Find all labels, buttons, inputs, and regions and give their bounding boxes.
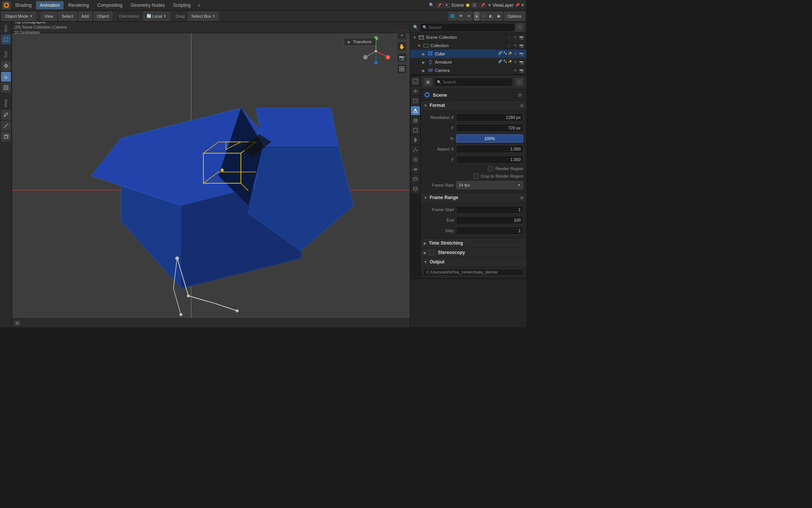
viewport-header-btn[interactable]: ⊞: [14, 321, 20, 325]
object-tab[interactable]: [411, 126, 420, 135]
world-tab[interactable]: [411, 116, 420, 125]
frame-rate-select[interactable]: 24 fps ▼: [456, 181, 523, 189]
pin-scene-btn[interactable]: [517, 91, 523, 98]
stereoscopy-checkbox[interactable]: [429, 250, 434, 255]
xray-btn[interactable]: ✕: [465, 12, 472, 21]
stereoscopy-header[interactable]: ▶ Stereoscopy: [421, 248, 526, 257]
modifier-tab[interactable]: [411, 135, 420, 144]
cursor-tool[interactable]: [1, 61, 11, 71]
tab-shading[interactable]: Shading: [11, 1, 35, 9]
material-tab[interactable]: [411, 184, 420, 193]
viewport[interactable]: Top Orthographic (39) Scene Collection |…: [12, 22, 410, 327]
output-header[interactable]: ▼ Output: [421, 257, 526, 266]
separator-1: [38, 12, 39, 20]
resolution-x-value[interactable]: 1280 px: [456, 113, 523, 122]
measure-tool[interactable]: [1, 121, 11, 131]
expand-arrow[interactable]: ▶: [421, 68, 426, 73]
data-tab[interactable]: [411, 175, 420, 184]
coll-render-btn[interactable]: 📷: [519, 43, 524, 48]
visibility-btn[interactable]: ✓: [507, 35, 512, 40]
cam-eye-btn[interactable]: 👁: [513, 68, 518, 73]
outliner-collection[interactable]: ▼ Collection ✓ 👁 📷: [410, 41, 526, 50]
shading-wire[interactable]: ○: [480, 12, 486, 21]
cube-part-btn[interactable]: ✨: [508, 51, 512, 56]
render-region-checkbox[interactable]: [488, 166, 493, 171]
eye-btn[interactable]: 👁: [513, 35, 518, 40]
arm-render-btn[interactable]: 📷: [519, 59, 524, 65]
outliner-filter-btn[interactable]: ▽: [516, 23, 524, 32]
coll-visibility-btn[interactable]: ✓: [507, 43, 512, 48]
select-tool[interactable]: [1, 35, 11, 44]
outliner-camera[interactable]: ▶ Camera 👁 📷: [410, 66, 526, 75]
shading-render[interactable]: ◉: [495, 12, 502, 21]
arm-link-btn[interactable]: 🔗: [498, 59, 502, 65]
gizmo-btn[interactable]: 🌐: [448, 12, 456, 21]
props-filter-btn[interactable]: ▽: [515, 78, 523, 86]
cam-render-btn[interactable]: 📷: [519, 68, 524, 73]
mode-selector[interactable]: Object Mode ▼: [2, 12, 36, 21]
outliner-search[interactable]: 🔍: [420, 23, 515, 32]
render-btn[interactable]: 📷: [519, 35, 524, 40]
crop-region-checkbox[interactable]: [473, 173, 479, 179]
resolution-pct-value[interactable]: 100%: [456, 134, 523, 143]
tab-geometry-nodes[interactable]: Geometry Nodes: [127, 1, 169, 9]
frame-step-value[interactable]: 1: [456, 227, 523, 235]
tab-compositing[interactable]: Compositing: [94, 1, 126, 9]
add-menu[interactable]: Add: [78, 12, 92, 21]
drag-selector[interactable]: Select Box ▼: [188, 12, 219, 21]
render-tab[interactable]: [411, 77, 420, 86]
cube-mod-btn[interactable]: 🔧: [503, 51, 507, 56]
expand-arrow[interactable]: ▶: [421, 52, 426, 56]
outliner-search-input[interactable]: [429, 25, 512, 30]
format-section-header[interactable]: ▼ Format ⊞: [421, 101, 526, 110]
orientation-selector[interactable]: 🔄 Local ▼: [143, 12, 170, 21]
transform-tool[interactable]: [1, 83, 11, 93]
coll-eye-btn[interactable]: 👁: [513, 43, 518, 48]
output-tab[interactable]: [411, 87, 420, 96]
frame-range-header[interactable]: ▼ Frame Range ⊞: [421, 193, 526, 202]
annotate-tool[interactable]: [1, 110, 11, 120]
outliner-cube[interactable]: ▶ Cube 🔗 🔧 ✨ 👁: [410, 50, 526, 58]
cube-eye-btn[interactable]: 👁: [513, 51, 518, 56]
physics-tab[interactable]: [411, 155, 420, 164]
view-layer-tab[interactable]: [411, 96, 420, 105]
properties-search[interactable]: 🔍: [434, 78, 513, 87]
object-menu[interactable]: Object: [94, 12, 112, 21]
overlay-btn[interactable]: 👁: [457, 12, 465, 21]
outliner-scene-collection[interactable]: ▼ Scene Collection ✓ 👁 📷: [410, 33, 526, 41]
arm-eye-btn[interactable]: 👁: [513, 59, 518, 65]
aspect-x-value[interactable]: 1.000: [456, 145, 523, 153]
shading-material[interactable]: ◐: [487, 12, 494, 21]
expand-arrow[interactable]: ▶: [421, 60, 426, 64]
properties-search-input[interactable]: [443, 80, 510, 84]
expand-arrow[interactable]: ▼: [412, 35, 417, 40]
select-menu[interactable]: Select: [58, 12, 77, 21]
resolution-y-row: Y 720 px: [424, 123, 523, 133]
particle-tab[interactable]: [411, 145, 420, 154]
add-workspace-button[interactable]: +: [195, 1, 203, 9]
move-tool[interactable]: [1, 72, 11, 82]
format-title: Format: [430, 103, 518, 108]
tab-scripting[interactable]: Scripting: [169, 1, 194, 9]
frame-start-value[interactable]: 1: [456, 205, 523, 214]
add-cube-tool[interactable]: [1, 132, 11, 141]
scene-tab[interactable]: [411, 106, 420, 115]
frame-end-value[interactable]: 100: [456, 216, 523, 224]
view-menu[interactable]: View: [41, 12, 57, 21]
arm-part-btn[interactable]: ✨: [508, 59, 512, 65]
tab-animation[interactable]: Animation: [36, 1, 64, 9]
aspect-y-value[interactable]: 1.000: [456, 155, 523, 164]
arm-mod-btn[interactable]: 🔧: [503, 59, 507, 65]
constraints-tab[interactable]: [411, 165, 420, 174]
expand-arrow[interactable]: ▼: [417, 43, 421, 48]
output-path[interactable]: C:/Users/ankht/One_/render/toaky_blender: [424, 269, 523, 276]
options-btn[interactable]: Options: [504, 12, 525, 21]
cube-render-btn[interactable]: 📷: [519, 51, 524, 56]
outliner-armature[interactable]: ▶ Armature 🔗 🔧 ✨ 👁 📷: [410, 58, 526, 66]
resolution-y-value[interactable]: 720 px: [456, 124, 523, 132]
shading-solid[interactable]: ●: [474, 12, 480, 21]
props-layout-btn[interactable]: ⊞: [424, 78, 432, 86]
cube-link-btn[interactable]: 🔗: [498, 51, 502, 56]
time-stretching-header[interactable]: ▶ Time Stretching: [421, 239, 526, 248]
tab-rendering[interactable]: Rendering: [64, 1, 92, 9]
